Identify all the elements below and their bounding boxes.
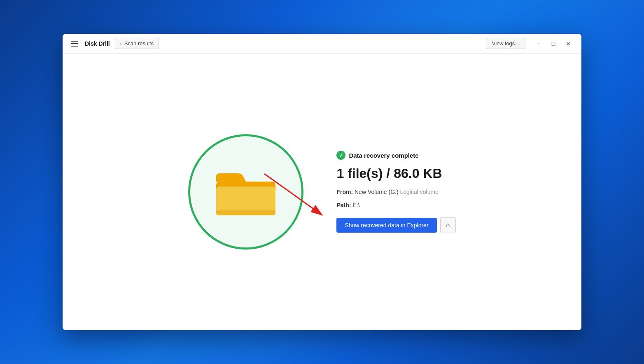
file-size-text: 1 file(s) / 86.0 KB (336, 166, 455, 181)
volume-type: Logical volume (400, 189, 438, 195)
show-explorer-button[interactable]: Show recovered data in Explorer (336, 218, 436, 233)
folder-icon (213, 165, 279, 219)
back-button-label: Scan results (124, 40, 154, 47)
status-row: Data recovery complete (336, 151, 455, 160)
path-label: Path: (336, 202, 351, 208)
back-chevron-icon: ‹ (120, 41, 122, 47)
app-title: Disk Drill (85, 40, 110, 47)
path-value: E:\ (352, 202, 359, 208)
main-content: Data recovery complete 1 file(s) / 86.0 … (63, 54, 581, 330)
view-logs-button[interactable]: View logs... (486, 38, 525, 49)
from-value: New Volume (G:) (355, 189, 399, 195)
hamburger-menu-icon[interactable] (69, 39, 80, 48)
title-bar-left: Disk Drill ‹ Scan results (69, 38, 486, 49)
status-text: Data recovery complete (349, 152, 418, 159)
info-panel: Data recovery complete 1 file(s) / 86.0 … (336, 151, 455, 233)
minimize-button[interactable]: − (532, 37, 545, 50)
title-bar: Disk Drill ‹ Scan results View logs... −… (63, 34, 581, 54)
back-button[interactable]: ‹ Scan results (115, 38, 159, 49)
home-button[interactable]: ⌂ (440, 217, 456, 233)
close-button[interactable]: ✕ (562, 37, 575, 50)
from-label: From: (336, 189, 353, 195)
svg-rect-2 (216, 210, 275, 215)
app-window: Disk Drill ‹ Scan results View logs... −… (63, 34, 581, 330)
home-icon: ⌂ (446, 222, 450, 229)
folder-circle (188, 134, 303, 250)
title-bar-right: View logs... − □ ✕ (486, 37, 575, 50)
check-circle-icon (336, 151, 345, 160)
action-row: Show recovered data in Explorer ⌂ (336, 217, 455, 233)
path-row: Path: E:\ (336, 201, 455, 210)
from-row: From: New Volume (G:) Logical volume (336, 187, 455, 196)
maximize-button[interactable]: □ (547, 37, 560, 50)
